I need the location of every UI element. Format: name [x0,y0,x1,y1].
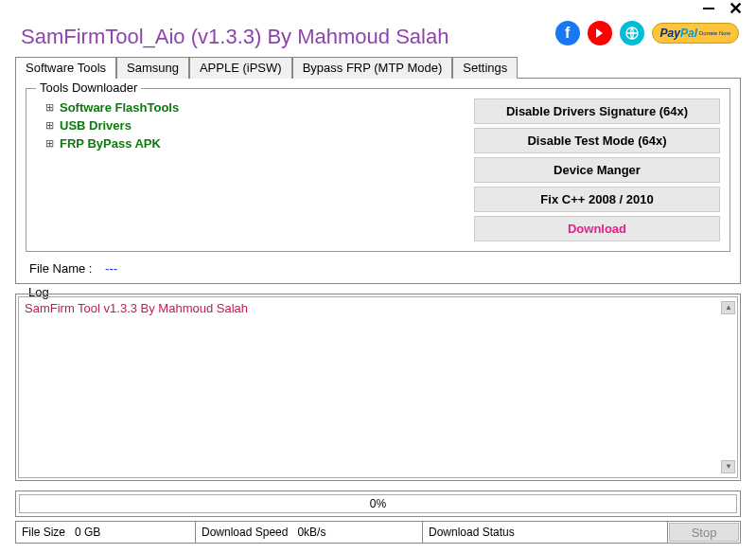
progress-container: 0% [15,491,741,517]
download-speed-label: Download Speed [202,526,288,539]
filename-value: --- [105,261,117,276]
progress-label: 0% [370,497,386,510]
log-groupbox: SamFirm Tool v1.3.3 By Mahmoud Salah [15,294,741,481]
titlebar: ✕ [0,0,756,19]
tab-settings[interactable]: Settings [452,57,518,79]
tree-item-flashtools[interactable]: Software FlashTools [36,98,474,116]
groupbox-legend: Tools Downloader [36,80,141,95]
device-manager-button[interactable]: Device Manger [474,157,720,183]
disable-test-mode-button[interactable]: Disable Test Mode (64x) [474,128,720,153]
scroll-up-button[interactable] [721,301,735,314]
tab-software-tools[interactable]: Software Tools [15,57,116,79]
close-button[interactable]: ✕ [729,0,743,17]
tools-downloader-groupbox: Tools Downloader Software FlashTools USB… [26,88,730,252]
file-size-cell: File Size 0 GB [16,522,196,543]
youtube-icon[interactable] [588,21,612,45]
tab-samsung[interactable]: Samsung [116,57,189,79]
download-status-label: Download Status [429,526,515,539]
globe-icon[interactable] [620,21,644,45]
tree-view[interactable]: Software FlashTools USB Drivers FRP ByPa… [36,98,474,241]
tree-item-usb-drivers[interactable]: USB Drivers [36,116,474,134]
paypal-donate-button[interactable]: PayPal Donate Now [652,23,739,44]
progress-bar: 0% [19,494,737,513]
file-size-value: 0 GB [75,526,100,539]
log-textarea[interactable]: SamFirm Tool v1.3.3 By Mahmoud Salah [18,296,738,478]
filename-row: File Name : --- [26,258,730,276]
download-speed-value: 0kB/s [297,526,325,539]
main-panel: Tools Downloader Software FlashTools USB… [15,79,741,284]
status-bar: File Size 0 GB Download Speed 0kB/s Down… [15,521,741,544]
tab-bypass-frp[interactable]: Bypass FRP (MTP Mode) [292,57,453,79]
stop-button[interactable]: Stop [669,523,739,542]
scroll-down-button[interactable] [721,460,735,473]
filename-label: File Name : [29,261,92,276]
disable-drivers-signature-button[interactable]: Disable Drivers Signature (64x) [474,98,720,124]
download-status-cell: Download Status [423,522,668,543]
log-line: SamFirm Tool v1.3.3 By Mahmoud Salah [25,301,248,315]
download-speed-cell: Download Speed 0kB/s [196,522,423,543]
minimize-button[interactable] [703,8,714,9]
facebook-icon[interactable]: f [555,21,580,45]
fix-cpp-button[interactable]: Fix C++ 2008 / 2010 [474,187,720,212]
tab-bar: Software Tools Samsung APPLE (iPSW) Bypa… [15,57,741,79]
tree-item-frp-bypass[interactable]: FRP ByPass APK [36,134,474,152]
download-button[interactable]: Download [474,216,720,241]
file-size-label: File Size [22,526,65,539]
tab-apple-ipsw[interactable]: APPLE (iPSW) [189,57,292,79]
